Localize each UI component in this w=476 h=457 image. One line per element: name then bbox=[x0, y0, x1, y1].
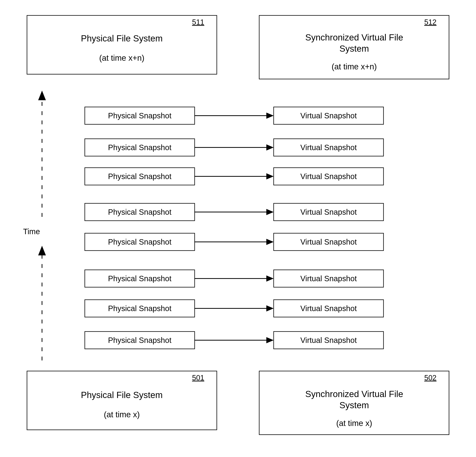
snapshot-row: Physical SnapshotVirtual Snapshot bbox=[85, 332, 383, 349]
label-virtual-file-system-xn-1: Synchronized Virtual File bbox=[305, 32, 403, 43]
virtual-snapshot-label: Virtual Snapshot bbox=[300, 336, 357, 345]
physical-snapshot-label: Physical Snapshot bbox=[108, 112, 171, 120]
snapshot-row: Physical SnapshotVirtual Snapshot bbox=[85, 233, 383, 250]
snapshot-row: Physical SnapshotVirtual Snapshot bbox=[85, 270, 383, 287]
svg-rect-0 bbox=[27, 15, 217, 74]
label-time-x-left: (at time x) bbox=[104, 410, 140, 419]
physical-snapshot-label: Physical Snapshot bbox=[108, 238, 171, 246]
physical-snapshot-label: Physical Snapshot bbox=[108, 274, 171, 283]
label-time-x-right: (at time x) bbox=[336, 419, 372, 428]
label-physical-file-system-x: Physical File System bbox=[81, 390, 163, 400]
physical-snapshot-label: Physical Snapshot bbox=[108, 304, 171, 313]
virtual-snapshot-label: Virtual Snapshot bbox=[300, 274, 357, 283]
arrow-right-icon bbox=[266, 209, 274, 215]
physical-snapshot-label: Physical Snapshot bbox=[108, 172, 171, 181]
snapshot-row: Physical SnapshotVirtual Snapshot bbox=[85, 139, 383, 156]
label-virtual-file-system-x-2: System bbox=[339, 400, 369, 410]
box-virtual-file-system-x: 502 Synchronized Virtual File System (at… bbox=[259, 371, 449, 435]
snapshot-row: Physical SnapshotVirtual Snapshot bbox=[85, 107, 383, 124]
virtual-snapshot-label: Virtual Snapshot bbox=[300, 304, 357, 313]
svg-rect-2 bbox=[27, 371, 217, 430]
virtual-snapshot-label: Virtual Snapshot bbox=[300, 238, 357, 246]
ref-511: 511 bbox=[192, 18, 204, 26]
physical-snapshot-label: Physical Snapshot bbox=[108, 208, 171, 216]
label-time: Time bbox=[23, 227, 40, 236]
virtual-snapshot-label: Virtual Snapshot bbox=[300, 143, 357, 152]
box-virtual-file-system-xn: 512 Synchronized Virtual File System (at… bbox=[259, 15, 449, 79]
arrow-up-icon bbox=[38, 246, 46, 255]
arrow-right-icon bbox=[266, 337, 274, 343]
time-axis: Time bbox=[23, 91, 46, 361]
ref-501: 501 bbox=[192, 374, 204, 382]
snapshot-row: Physical SnapshotVirtual Snapshot bbox=[85, 168, 383, 185]
label-virtual-file-system-x-1: Synchronized Virtual File bbox=[305, 389, 403, 399]
arrow-right-icon bbox=[266, 305, 274, 311]
arrow-up-icon bbox=[38, 91, 46, 100]
arrow-right-icon bbox=[266, 173, 274, 180]
physical-snapshot-label: Physical Snapshot bbox=[108, 143, 171, 152]
label-physical-file-system-xn: Physical File System bbox=[81, 33, 163, 43]
arrow-right-icon bbox=[266, 112, 274, 119]
virtual-snapshot-label: Virtual Snapshot bbox=[300, 112, 357, 120]
ref-502: 502 bbox=[424, 374, 436, 382]
label-time-xn-left: (at time x+n) bbox=[99, 53, 144, 62]
arrow-right-icon bbox=[266, 144, 274, 151]
label-virtual-file-system-xn-2: System bbox=[339, 43, 369, 54]
box-physical-file-system-x: 501 Physical File System (at time x) bbox=[27, 371, 217, 430]
arrow-right-icon bbox=[266, 276, 274, 282]
physical-snapshot-label: Physical Snapshot bbox=[108, 336, 171, 345]
label-time-xn-right: (at time x+n) bbox=[332, 62, 377, 71]
snapshot-row: Physical SnapshotVirtual Snapshot bbox=[85, 300, 383, 317]
virtual-snapshot-label: Virtual Snapshot bbox=[300, 172, 357, 181]
arrow-right-icon bbox=[266, 239, 274, 245]
virtual-snapshot-label: Virtual Snapshot bbox=[300, 208, 357, 216]
ref-512: 512 bbox=[424, 18, 436, 26]
box-physical-file-system-xn: 511 Physical File System (at time x+n) bbox=[27, 15, 217, 74]
snapshot-row: Physical SnapshotVirtual Snapshot bbox=[85, 203, 383, 221]
